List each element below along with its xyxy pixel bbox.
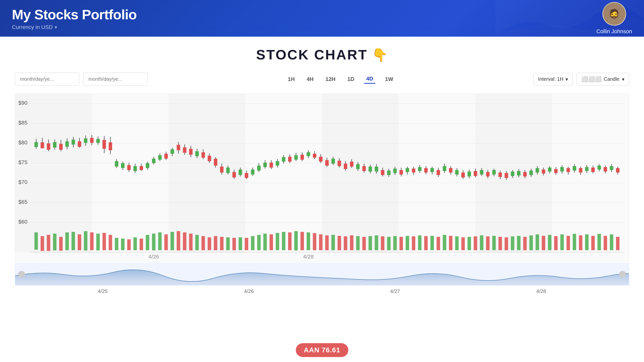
svg-rect-196: [579, 168, 582, 173]
svg-rect-122: [350, 162, 354, 167]
svg-rect-72: [195, 151, 199, 156]
svg-rect-284: [498, 237, 502, 250]
interval-label: Interval: 1H: [538, 76, 563, 82]
header-left: My Stocks Portfolio Currency in USD ▾: [12, 6, 137, 30]
avatar: 🧔: [602, 2, 626, 26]
svg-text:$85: $85: [18, 120, 28, 126]
svg-rect-118: [338, 161, 341, 166]
svg-rect-134: [387, 171, 390, 175]
svg-rect-178: [523, 172, 526, 177]
svg-rect-295: [566, 236, 570, 250]
svg-rect-213: [59, 237, 63, 251]
svg-rect-281: [480, 236, 483, 250]
svg-rect-252: [300, 232, 304, 250]
svg-rect-290: [536, 235, 539, 250]
svg-rect-26: [53, 142, 56, 148]
time-filter-4h[interactable]: 4H: [305, 75, 316, 83]
interval-selector[interactable]: Interval: 1H ▾: [533, 73, 572, 85]
chart-emoji: 👇: [372, 48, 388, 62]
svg-text:4/28: 4/28: [303, 254, 314, 260]
ticker-text: AAN 76.61: [304, 346, 340, 354]
svg-rect-70: [189, 149, 192, 155]
svg-rect-168: [492, 170, 496, 175]
svg-rect-150: [437, 170, 440, 175]
date-start-input[interactable]: [15, 72, 79, 86]
date-label-427: 4/27: [390, 289, 400, 294]
svg-rect-275: [443, 235, 446, 250]
svg-text:$80: $80: [18, 139, 28, 146]
svg-rect-184: [542, 170, 545, 174]
date-end-input[interactable]: [83, 72, 148, 86]
date-labels-row: 4/25 4/26 4/27 4/28: [15, 286, 629, 297]
chart-title-row: STOCK CHART 👇: [15, 46, 629, 63]
svg-rect-283: [492, 236, 496, 250]
svg-rect-106: [300, 155, 304, 160]
header: My Stocks Portfolio Currency in USD ▾ 🧔 …: [0, 0, 644, 37]
svg-rect-254: [313, 233, 316, 250]
svg-rect-200: [591, 168, 595, 172]
svg-rect-258: [338, 236, 341, 250]
svg-rect-226: [140, 239, 143, 250]
svg-rect-285: [504, 237, 508, 250]
svg-rect-233: [183, 233, 186, 250]
svg-rect-124: [356, 164, 360, 169]
user-name: Collin Johnson: [596, 28, 632, 35]
chart-navigator[interactable]: [15, 263, 629, 286]
svg-rect-272: [424, 236, 428, 250]
svg-rect-182: [536, 168, 539, 173]
candle-selector[interactable]: ⬜⬜⬜ Candle ▾: [577, 73, 629, 86]
svg-rect-282: [486, 237, 490, 250]
svg-rect-261: [356, 236, 360, 250]
svg-rect-242: [238, 237, 242, 250]
svg-rect-287: [517, 236, 520, 250]
svg-rect-32: [72, 140, 75, 145]
svg-rect-180: [529, 171, 533, 175]
user-profile: 🧔 Collin Johnson: [596, 2, 632, 35]
currency-selector[interactable]: Currency in USD ▾: [12, 24, 137, 30]
svg-rect-269: [406, 236, 409, 250]
time-filter-1w[interactable]: 1W: [383, 75, 395, 83]
svg-rect-92: [257, 166, 260, 171]
svg-rect-110: [313, 154, 316, 158]
navigator-handle-right[interactable]: [619, 271, 626, 278]
svg-rect-60: [158, 155, 162, 160]
svg-rect-52: [134, 166, 137, 171]
svg-rect-227: [146, 235, 149, 250]
svg-rect-256: [325, 236, 329, 250]
chart-wrapper: $90 $85 $80 $75 $70 $65 $60: [15, 94, 629, 262]
svg-rect-235: [195, 235, 199, 250]
svg-rect-54: [140, 166, 143, 170]
svg-rect-219: [96, 234, 100, 251]
svg-rect-299: [591, 236, 595, 250]
svg-rect-273: [430, 236, 434, 250]
svg-rect-249: [282, 232, 285, 250]
time-filter-4d[interactable]: 4D: [364, 74, 375, 84]
svg-rect-140: [406, 168, 409, 172]
svg-rect-208: [616, 168, 620, 173]
time-filter-1d[interactable]: 1D: [345, 75, 356, 83]
svg-rect-229: [158, 233, 162, 250]
navigator-handle-left[interactable]: [18, 271, 25, 278]
svg-rect-268: [400, 237, 403, 250]
avatar-image: 🧔: [603, 3, 626, 25]
time-filter-12h[interactable]: 12H: [324, 75, 337, 83]
svg-rect-266: [387, 237, 390, 250]
controls-row: 1H 4H 12H 1D 4D 1W Interval: 1H ▾ ⬜⬜⬜ Ca…: [15, 72, 629, 86]
svg-rect-132: [381, 170, 384, 175]
svg-rect-130: [375, 167, 378, 172]
svg-rect-66: [176, 145, 180, 150]
svg-text:$65: $65: [18, 199, 28, 205]
page-title: My Stocks Portfolio: [12, 6, 137, 22]
svg-rect-128: [368, 167, 372, 172]
svg-rect-238: [214, 236, 217, 250]
svg-rect-166: [486, 172, 490, 177]
svg-rect-116: [332, 159, 335, 164]
svg-rect-46: [115, 161, 118, 167]
svg-rect-86: [238, 170, 242, 175]
svg-rect-1: [15, 94, 92, 252]
svg-rect-186: [548, 168, 551, 172]
stock-chart: $90 $85 $80 $75 $70 $65 $60: [15, 94, 629, 262]
svg-rect-262: [362, 237, 366, 250]
svg-rect-251: [294, 231, 298, 251]
time-filter-1h[interactable]: 1H: [286, 75, 297, 83]
